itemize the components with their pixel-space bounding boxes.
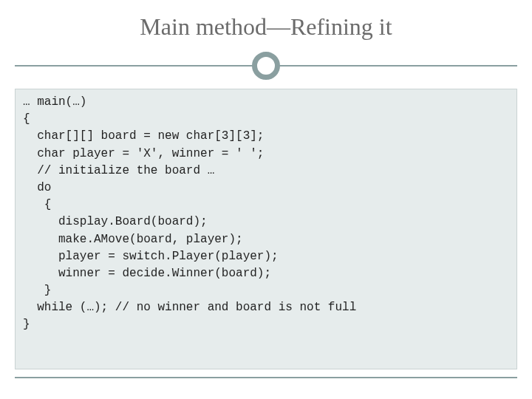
code-line: } xyxy=(23,316,509,333)
divider-bottom xyxy=(15,377,517,378)
code-line: { xyxy=(23,111,509,128)
code-line: do xyxy=(23,180,509,197)
code-line: char[][] board = new char[3][3]; xyxy=(23,128,509,145)
code-block: … main(…) { char[][] board = new char[3]… xyxy=(15,89,517,369)
slide: Main method—Refining it … main(…) { char… xyxy=(0,0,532,399)
code-line: … main(…) xyxy=(23,94,509,111)
code-line: while (…); // no winner and board is not… xyxy=(23,299,509,316)
code-line: { xyxy=(23,197,509,214)
code-line: } xyxy=(23,282,509,299)
slide-title: Main method—Refining it xyxy=(0,0,532,47)
code-line: char player = 'X', winner = ' '; xyxy=(23,146,509,163)
code-line: winner = decide.Winner(board); xyxy=(23,265,509,282)
code-line: display.Board(board); xyxy=(23,214,509,231)
circle-ornament xyxy=(252,52,280,80)
code-line: make.AMove(board, player); xyxy=(23,231,509,248)
code-line: player = switch.Player(player); xyxy=(23,248,509,265)
code-line: // initialize the board … xyxy=(23,163,509,180)
